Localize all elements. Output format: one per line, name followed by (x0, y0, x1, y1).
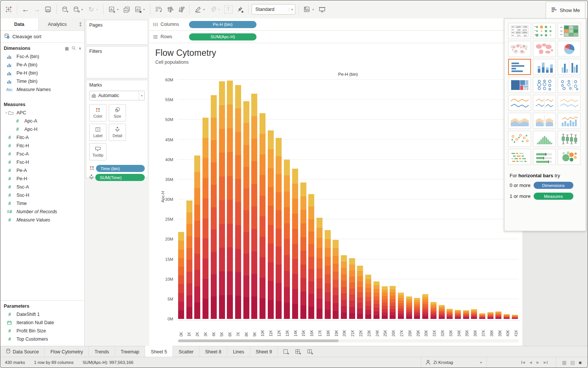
showme-treemap[interactable] (508, 77, 531, 93)
show-hide-cards-button[interactable] (302, 4, 312, 15)
showme-symbol-map[interactable] (508, 41, 531, 57)
swap-rows-columns-button[interactable] (153, 4, 164, 15)
highlight-dropdown-caret[interactable]: ▾ (203, 8, 207, 11)
pill-time-bin-[interactable]: Time (bin) (96, 165, 145, 172)
measure-number-of-records[interactable]: =#Number of Records (0, 208, 84, 216)
bar-39K[interactable] (495, 311, 501, 319)
parameter-profit-bin-size[interactable]: #Profit Bin Size (0, 327, 84, 335)
showme-highlight-table[interactable] (558, 23, 580, 39)
bar-3K[interactable] (202, 118, 208, 319)
bar-30K[interactable] (422, 294, 428, 319)
rows-pill[interactable]: SUM(Apc-H) (189, 33, 256, 40)
bar-41K[interactable] (512, 315, 518, 319)
sheet-tab-sheet-5[interactable]: Sheet 5 (145, 346, 173, 357)
showme-filled-map[interactable] (533, 41, 556, 57)
bar-20K[interactable] (341, 255, 347, 319)
showme-histogram[interactable] (533, 131, 556, 147)
bar-40K[interactable] (504, 314, 510, 319)
redo-button[interactable]: → (32, 4, 42, 15)
bar-12K[interactable] (276, 138, 282, 319)
new-story-tab-button[interactable] (305, 348, 315, 356)
clear-sheet-button[interactable] (133, 4, 143, 15)
highlight-button[interactable] (193, 4, 203, 15)
bar-25K[interactable] (382, 286, 388, 319)
measure-pe-h[interactable]: #Pe-H (0, 175, 84, 183)
bar-31K[interactable] (430, 302, 436, 319)
showme-bullet-graph[interactable] (533, 149, 556, 165)
paperclip-icon[interactable] (208, 4, 218, 15)
find-field-icon[interactable] (72, 46, 76, 51)
showme-gantt[interactable] (508, 149, 531, 165)
showme-continuous-lines[interactable] (508, 95, 531, 111)
datasource-item[interactable]: Cleavage sort (0, 31, 84, 43)
bar-32K[interactable] (439, 305, 445, 319)
undo-button[interactable]: ← (20, 4, 31, 15)
new-sheet-dropdown-caret[interactable]: ▾ (117, 8, 121, 11)
detail-button[interactable]: Detail (109, 124, 126, 141)
pause-auto-updates-button[interactable] (71, 4, 81, 15)
measure-fsc-h[interactable]: #Fsc-H (0, 158, 84, 166)
showme-horizontal-bars[interactable] (508, 59, 531, 75)
dimension-fsc-a-bin-[interactable]: Fsc-A (bin) (0, 52, 84, 61)
parameter-iteration-null-date[interactable]: Iteration Null Date (0, 319, 84, 327)
bar-4K[interactable] (211, 95, 217, 319)
bar-29K[interactable] (414, 298, 420, 319)
showme-stacked-bars[interactable] (533, 59, 556, 75)
bar-33K[interactable] (447, 309, 453, 319)
presentation-mode-button[interactable] (317, 4, 327, 15)
pages-shelf[interactable]: Pages (86, 20, 148, 45)
nav-last-button[interactable]: ▶ (544, 361, 548, 364)
duplicate-sheet-button[interactable] (122, 4, 132, 15)
tab-analytics[interactable]: Analytics (38, 18, 76, 30)
label-button[interactable]: TLabel (89, 124, 106, 141)
bar-13K[interactable] (284, 160, 290, 319)
parameter-top-customers[interactable]: #Top Customers (0, 335, 84, 343)
sheet-tab-trends[interactable]: Trends (89, 346, 115, 357)
bar-21K[interactable] (349, 258, 355, 319)
show-filmstrip-view-icon[interactable]: ▤ (570, 360, 575, 365)
bar-27K[interactable] (398, 293, 404, 319)
showme-discrete-area[interactable] (533, 113, 556, 129)
bar-28K[interactable] (406, 296, 412, 319)
dimensions-menu-caret[interactable]: ▾ (79, 46, 81, 51)
bar-8K[interactable] (243, 101, 249, 319)
bar-7K[interactable] (235, 85, 241, 319)
measure-pe-a[interactable]: #Pe-A (0, 166, 84, 175)
bar-23K[interactable] (365, 275, 371, 319)
bar-35K[interactable] (463, 310, 469, 319)
size-button[interactable]: Size (109, 104, 126, 121)
dimension-pe-a-bin-[interactable]: Pe-A (bin) (0, 61, 84, 69)
showme-dual-combination[interactable] (558, 113, 580, 129)
bar-6K[interactable] (227, 81, 233, 319)
horizontal-scrollbar[interactable] (177, 339, 519, 343)
bar-26K[interactable] (390, 286, 396, 319)
bar-0K[interactable] (178, 232, 184, 319)
measure-ssc-a[interactable]: #Ssc-A (0, 183, 84, 191)
bar-15K[interactable] (300, 183, 306, 319)
showme-text-table[interactable]: 1234678368202426202559971322 (508, 23, 531, 39)
showme-continuous-area[interactable] (508, 113, 531, 129)
bar-36K[interactable] (471, 309, 477, 319)
refresh-button[interactable]: ↻ (86, 4, 96, 15)
bar-18K[interactable] (325, 230, 331, 319)
columns-pill[interactable]: Pe-H (bin) (189, 21, 256, 28)
bar-19K[interactable] (333, 240, 339, 319)
pause-dropdown-caret[interactable]: ▾ (81, 8, 85, 11)
new-worksheet-button[interactable] (106, 4, 117, 15)
new-dashboard-tab-button[interactable] (293, 348, 303, 356)
sort-descending-button[interactable] (176, 4, 186, 15)
bar-14K[interactable] (292, 169, 298, 319)
measure-apc-a[interactable]: #Apc-A (0, 117, 84, 125)
measure-apc-h[interactable]: #Apc-H (0, 125, 84, 133)
bar-9K[interactable] (251, 94, 257, 319)
view-data-grid-icon[interactable]: ▦ (65, 46, 69, 51)
showme-side-by-side-bars[interactable] (558, 59, 580, 75)
showme-heat-map[interactable] (533, 23, 556, 39)
measure-apc[interactable]: ˅APC (0, 109, 84, 117)
refresh-dropdown-caret[interactable]: ▾ (96, 8, 100, 11)
color-button[interactable]: Color (89, 104, 106, 121)
showme-packed-bubbles[interactable] (558, 149, 580, 165)
nav-previous-button[interactable]: ◀ (530, 361, 532, 364)
bar-37K[interactable] (479, 313, 485, 319)
sheet-tab-treemap[interactable]: Treemap (115, 346, 146, 357)
